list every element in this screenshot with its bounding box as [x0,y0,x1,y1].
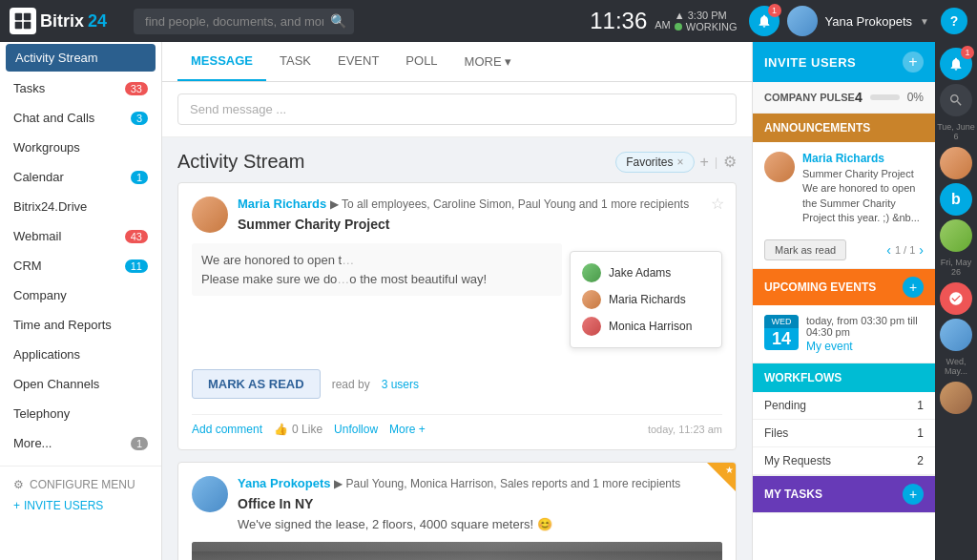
ann-prev-button[interactable]: ‹ [886,242,891,258]
mini-notification-icon[interactable]: 1 [940,48,972,80]
event-time: today, from 03:30 pm till 04:30 pm [806,315,918,338]
office-image [192,542,722,561]
sidebar-invite-label: INVITE USERS [24,499,103,512]
like-button[interactable]: 👍 0 Like [274,423,322,436]
read-user-3: Monica Harrison [582,313,710,340]
configure-menu-button[interactable]: ⚙ CONFIGURE MENU [13,474,148,495]
post-avatar-1 [192,197,228,233]
mini-user-2[interactable]: b [940,183,972,216]
mini-icon-red [940,282,972,315]
sidebar-item-open-channels[interactable]: Open Channels [0,369,161,399]
office-image-inner [192,542,722,561]
sidebar-item-activity-stream[interactable]: Activity Stream [6,44,156,72]
sidebar-invite-button[interactable]: + INVITE USERS [13,495,148,516]
post-text-right: … [342,253,354,267]
chevron-down-icon: ▾ [505,54,511,69]
mini-user-1[interactable] [940,147,972,179]
unfollow-button[interactable]: Unfollow [334,423,378,436]
post-author-2[interactable]: Yana Prokopets [238,476,331,490]
tab-task[interactable]: TASK [266,42,324,81]
mini-user-3[interactable] [940,219,972,252]
mini-search-icon[interactable] [940,84,972,116]
user-profile[interactable]: Yana Prokopets ▼ [787,6,929,36]
sidebar-item-label: Calendar [13,170,64,184]
workflow-count-files: 1 [917,426,924,440]
sidebar-item-tasks[interactable]: Tasks 33 [0,73,161,103]
tab-event[interactable]: EVENT [324,42,392,81]
search-bar[interactable]: 🔍 [134,9,354,34]
post-text-1: We are honored to open t… Please make su… [192,243,722,404]
more-actions-button[interactable]: More + [389,423,426,436]
workflow-row-requests[interactable]: My Requests 2 [753,447,935,475]
sidebar-item-applications[interactable]: Applications [0,340,161,369]
like-count: 0 Like [292,423,322,436]
ann-next-button[interactable]: › [919,242,924,258]
clock-time: 11:36 [590,8,647,34]
sidebar-item-more[interactable]: More... 1 [0,428,161,458]
sidebar-item-chat-calls[interactable]: Chat and Calls 3 [0,103,161,133]
ann-avatar [764,152,795,182]
read-count-link[interactable]: 3 users [382,378,419,391]
mini-user-5[interactable] [940,319,972,351]
tab-poll[interactable]: POLL [392,42,450,81]
post-body-1: We are honored to open t… Please make su… [192,243,562,296]
invite-users-bar[interactable]: INVITE USERS + [753,42,935,82]
tab-message[interactable]: MESSAGE [177,42,266,81]
workflow-row-files[interactable]: Files 1 [753,420,935,447]
workflow-row-pending[interactable]: Pending 1 [753,392,935,420]
clock-ampm: AM [655,19,671,31]
post-footer-1: Add comment 👍 0 Like Unfollow More + tod… [192,414,722,436]
filter-add-button[interactable]: + [700,154,709,171]
add-comment-button[interactable]: Add comment [192,423,262,436]
svg-rect-0 [15,13,23,21]
sidebar-item-label: More... [13,436,52,450]
read-by-label: read by [332,378,370,391]
sidebar-item-drive[interactable]: Bitrix24.Drive [0,192,161,221]
mini-user-6[interactable] [940,382,972,414]
upcoming-events-add-button[interactable]: + [903,277,924,298]
sidebar-item-webmail[interactable]: Webmail 43 [0,221,161,251]
post-recipients-1: ▶ To all employees, Caroline Simon, Paul… [330,197,689,211]
sidebar-item-label: Activity Stream [15,51,98,65]
sidebar-item-calendar[interactable]: Calendar 1 [0,162,161,192]
help-button[interactable]: ? [941,8,967,34]
post-actions-1: Add comment 👍 0 Like Unfollow More + [192,423,426,436]
my-tasks-add-button[interactable]: + [903,484,924,505]
ann-content: Maria Richards Summer Charity Project We… [802,152,924,226]
mark-as-read-small-button[interactable]: Mark as read [764,239,846,260]
star-filled-icon: ★ [725,465,734,475]
filter-close-icon[interactable]: × [677,156,684,169]
post-card-2: ★ Yana Prokopets ▶ Paul Young, Monica Ha… [177,462,737,560]
mini-user-4[interactable] [940,282,972,315]
star-icon-1[interactable]: ☆ [711,195,724,213]
upcoming-events-title: UPCOMING EVENTS [764,280,876,294]
sidebar-item-time-reports[interactable]: Time and Reports [0,310,161,340]
workflows-title: WORKFLOWS [764,371,842,384]
sidebar-item-workgroups[interactable]: Workgroups [0,133,161,162]
read-avatar-jake [582,263,601,282]
event-link[interactable]: My event [806,340,924,353]
ann-page: 1 / 1 [895,244,915,256]
sidebar-item-label: Open Channels [13,377,99,391]
sidebar-item-label: Company [13,288,67,302]
sidebar-item-company[interactable]: Company [0,280,161,310]
tab-more-label: MORE [465,54,502,69]
logo-icon [10,8,36,34]
sidebar-item-crm[interactable]: CRM 11 [0,251,161,280]
ann-author[interactable]: Maria Richards [802,152,924,165]
post-author-1[interactable]: Maria Richards [238,197,326,211]
post-text-line2: Please make sure we do [201,272,337,286]
workflows-header: WORKFLOWS [753,363,935,392]
sidebar-item-label: Time and Reports [13,318,112,332]
tab-more[interactable]: MORE ▾ [451,43,525,80]
post-title-1: Summer Charity Project [238,217,722,232]
message-input[interactable]: Send message ... [177,93,737,125]
favorites-filter[interactable]: Favorites × [615,152,694,173]
notification-bell[interactable]: 1 [749,6,780,36]
filter-settings-icon[interactable]: ⚙ [723,153,737,171]
search-input[interactable] [134,9,354,34]
sidebar-item-telephony[interactable]: Telephony [0,399,161,428]
mark-as-read-button[interactable]: MARK AS READ [192,369,321,399]
app-logo[interactable]: Bitrix 24 [10,8,107,34]
app-number: 24 [88,11,107,31]
